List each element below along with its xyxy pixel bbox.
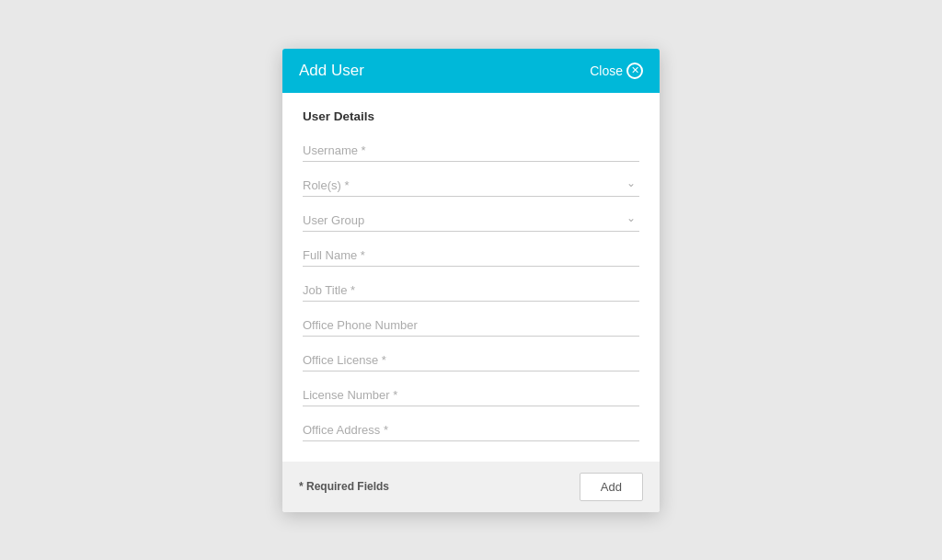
add-user-modal: Add User Close ✕ User Details Role(s) * …: [282, 49, 660, 512]
add-button[interactable]: Add: [580, 473, 643, 501]
roles-select-wrapper: Role(s) * Admin User Manager ⌄: [303, 171, 639, 197]
full-name-field-group: [303, 241, 639, 267]
close-icon: ✕: [626, 63, 643, 79]
office-phone-input[interactable]: [303, 311, 639, 337]
modal-body: User Details Role(s) * Admin User Manage…: [282, 93, 660, 462]
office-phone-field-group: [303, 311, 639, 337]
username-field-group: [303, 136, 639, 162]
modal-footer: * Required Fields Add: [282, 462, 660, 512]
office-license-input[interactable]: [303, 346, 639, 371]
roles-select[interactable]: Role(s) * Admin User Manager: [303, 171, 639, 196]
office-license-field-group: [303, 346, 639, 371]
modal-title: Add User: [299, 62, 364, 80]
section-title: User Details: [303, 109, 639, 123]
modal-header: Add User Close ✕: [282, 49, 660, 93]
close-button[interactable]: Close ✕: [590, 63, 643, 79]
user-group-select[interactable]: User Group Group 1 Group 2: [303, 206, 639, 231]
license-number-field-group: [303, 381, 639, 406]
user-group-select-wrapper: User Group Group 1 Group 2 ⌄: [303, 206, 639, 232]
roles-field-group: Role(s) * Admin User Manager ⌄: [303, 171, 639, 197]
required-fields-text: * Required Fields: [299, 480, 389, 493]
office-address-field-group: [303, 416, 639, 441]
office-address-input[interactable]: [303, 416, 639, 441]
full-name-input[interactable]: [303, 241, 639, 267]
license-number-input[interactable]: [303, 381, 639, 406]
user-group-field-group: User Group Group 1 Group 2 ⌄: [303, 206, 639, 232]
username-input[interactable]: [303, 136, 639, 162]
job-title-input[interactable]: [303, 276, 639, 302]
job-title-field-group: [303, 276, 639, 302]
close-label: Close: [590, 63, 623, 78]
